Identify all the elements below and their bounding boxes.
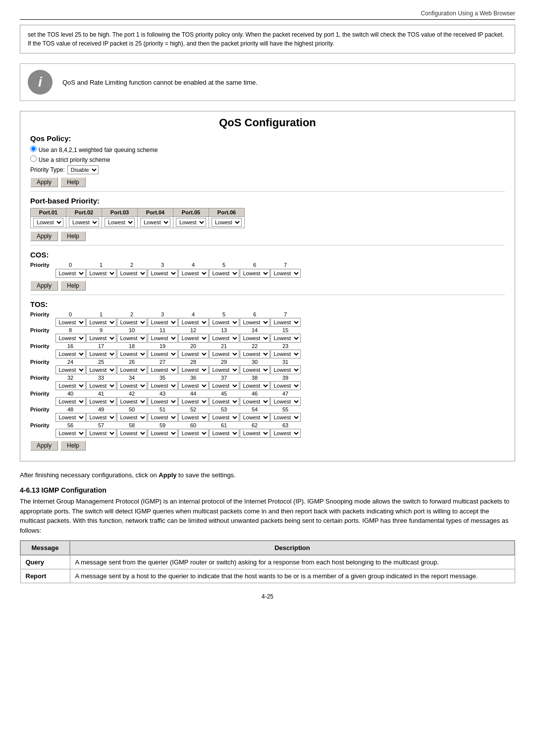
tos-select-35[interactable]: Lowest	[148, 381, 178, 390]
cos-help-btn[interactable]: Help	[60, 281, 86, 291]
tos-select-28[interactable]: Lowest	[178, 365, 209, 374]
port03-cell[interactable]: Lowest	[102, 217, 138, 228]
port04-select[interactable]: Lowest	[140, 218, 170, 227]
port01-select[interactable]: Lowest	[33, 218, 63, 227]
tos-select-41[interactable]: Lowest	[86, 397, 116, 406]
tos-select-5[interactable]: Lowest	[209, 318, 239, 327]
tos-select-29[interactable]: Lowest	[209, 365, 239, 374]
cos-select-4[interactable]: Lowest	[178, 269, 209, 278]
tos-select-6[interactable]: Lowest	[240, 318, 270, 327]
tos-select-62[interactable]: Lowest	[240, 429, 270, 438]
tos-s5[interactable]: Lowest	[209, 318, 239, 327]
tos-select-25[interactable]: Lowest	[86, 365, 116, 374]
tos-select-24[interactable]: Lowest	[55, 365, 86, 374]
tos-select-55[interactable]: Lowest	[270, 413, 301, 422]
radio-group-weighted[interactable]: Use an 8,4,2,1 weighted fair queuing sch…	[30, 146, 505, 153]
tos-select-7[interactable]: Lowest	[270, 318, 301, 327]
tos-select-0[interactable]: Lowest	[55, 318, 86, 327]
port04-cell[interactable]: Lowest	[138, 217, 173, 228]
tos-select-45[interactable]: Lowest	[209, 397, 239, 406]
cos-select-5-cell[interactable]: Lowest	[209, 269, 239, 278]
tos-select-58[interactable]: Lowest	[117, 429, 147, 438]
port-help-btn[interactable]: Help	[60, 231, 86, 241]
cos-apply-btn[interactable]: Apply	[30, 281, 58, 291]
cos-select-1[interactable]: Lowest	[86, 269, 116, 278]
tos-select-15[interactable]: Lowest	[270, 334, 301, 343]
tos-s2[interactable]: Lowest	[116, 318, 147, 327]
tos-select-38[interactable]: Lowest	[240, 381, 270, 390]
tos-s6[interactable]: Lowest	[239, 318, 270, 327]
cos-select-3[interactable]: Lowest	[148, 269, 178, 278]
cos-select-5[interactable]: Lowest	[209, 269, 239, 278]
tos-select-51[interactable]: Lowest	[148, 413, 178, 422]
cos-select-0[interactable]: Lowest	[55, 269, 86, 278]
tos-select-30[interactable]: Lowest	[240, 365, 270, 374]
tos-select-59[interactable]: Lowest	[148, 429, 178, 438]
qos-policy-help-btn[interactable]: Help	[60, 177, 86, 187]
tos-select-53[interactable]: Lowest	[209, 413, 239, 422]
port02-select[interactable]: Lowest	[69, 218, 99, 227]
tos-select-54[interactable]: Lowest	[240, 413, 270, 422]
port05-select[interactable]: Lowest	[176, 218, 206, 227]
tos-select-56[interactable]: Lowest	[55, 429, 86, 438]
radio-group-strict[interactable]: Use a strict priority scheme	[30, 155, 505, 163]
tos-select-33[interactable]: Lowest	[86, 381, 116, 390]
port-apply-btn[interactable]: Apply	[30, 231, 58, 241]
tos-apply-btn[interactable]: Apply	[30, 441, 58, 451]
tos-select-10[interactable]: Lowest	[117, 334, 147, 343]
port03-select[interactable]: Lowest	[105, 218, 135, 227]
tos-select-23[interactable]: Lowest	[270, 350, 301, 358]
tos-select-50[interactable]: Lowest	[117, 413, 147, 422]
tos-select-52[interactable]: Lowest	[178, 413, 209, 422]
cos-select-2-cell[interactable]: Lowest	[116, 269, 147, 278]
tos-select-60[interactable]: Lowest	[178, 429, 209, 438]
tos-select-49[interactable]: Lowest	[86, 413, 116, 422]
port02-cell[interactable]: Lowest	[66, 217, 102, 228]
cos-select-2[interactable]: Lowest	[117, 269, 147, 278]
tos-select-34[interactable]: Lowest	[117, 381, 147, 390]
tos-select-27[interactable]: Lowest	[148, 365, 178, 374]
cos-select-4-cell[interactable]: Lowest	[178, 269, 209, 278]
tos-select-47[interactable]: Lowest	[270, 397, 301, 406]
tos-s4[interactable]: Lowest	[178, 318, 209, 327]
tos-select-17[interactable]: Lowest	[86, 350, 116, 358]
tos-select-32[interactable]: Lowest	[55, 381, 86, 390]
radio-weighted[interactable]	[30, 146, 37, 152]
port05-cell[interactable]: Lowest	[173, 217, 209, 228]
tos-select-46[interactable]: Lowest	[240, 397, 270, 406]
radio-strict[interactable]	[30, 155, 37, 162]
tos-select-63[interactable]: Lowest	[270, 429, 301, 438]
tos-select-1[interactable]: Lowest	[86, 318, 116, 327]
port06-cell[interactable]: Lowest	[209, 217, 245, 228]
tos-select-61[interactable]: Lowest	[209, 429, 239, 438]
tos-select-31[interactable]: Lowest	[270, 365, 301, 374]
tos-s1[interactable]: Lowest	[86, 318, 116, 327]
tos-select-20[interactable]: Lowest	[178, 350, 209, 358]
tos-select-18[interactable]: Lowest	[117, 350, 147, 358]
tos-select-2[interactable]: Lowest	[117, 318, 147, 327]
tos-select-4[interactable]: Lowest	[178, 318, 209, 327]
tos-select-12[interactable]: Lowest	[178, 334, 209, 343]
tos-select-42[interactable]: Lowest	[117, 397, 147, 406]
tos-select-37[interactable]: Lowest	[209, 381, 239, 390]
cos-select-7[interactable]: Lowest	[270, 269, 301, 278]
cos-select-0-cell[interactable]: Lowest	[55, 269, 86, 278]
tos-select-39[interactable]: Lowest	[270, 381, 301, 390]
cos-select-7-cell[interactable]: Lowest	[270, 269, 301, 278]
tos-help-btn[interactable]: Help	[60, 441, 86, 451]
tos-select-22[interactable]: Lowest	[240, 350, 270, 358]
port01-cell[interactable]: Lowest	[31, 217, 66, 228]
priority-type-select[interactable]: Disable	[67, 165, 99, 174]
tos-select-40[interactable]: Lowest	[55, 397, 86, 406]
tos-select-3[interactable]: Lowest	[148, 318, 178, 327]
tos-select-13[interactable]: Lowest	[209, 334, 239, 343]
tos-select-11[interactable]: Lowest	[148, 334, 178, 343]
tos-select-36[interactable]: Lowest	[178, 381, 209, 390]
tos-select-21[interactable]: Lowest	[209, 350, 239, 358]
tos-select-48[interactable]: Lowest	[55, 413, 86, 422]
tos-select-19[interactable]: Lowest	[148, 350, 178, 358]
tos-select-57[interactable]: Lowest	[86, 429, 116, 438]
tos-s7[interactable]: Lowest	[270, 318, 301, 327]
tos-select-44[interactable]: Lowest	[178, 397, 209, 406]
cos-select-1-cell[interactable]: Lowest	[86, 269, 116, 278]
